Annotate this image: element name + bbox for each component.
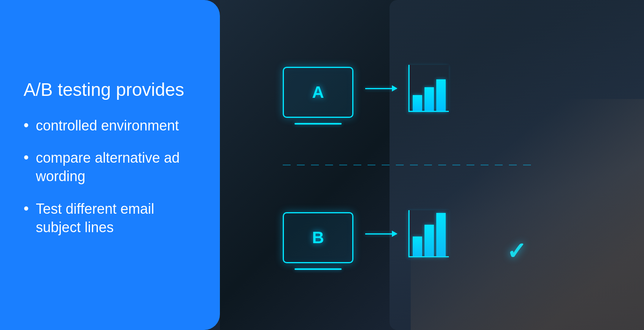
list-item-text-1: controlled environment [36, 117, 179, 135]
chart-b-bar-3 [436, 213, 446, 256]
version-b-row: B [283, 212, 449, 263]
monitor-b-label: B [312, 228, 324, 247]
monitor-a: A [283, 67, 353, 118]
ab-testing-diagram: A B ✓ [259, 43, 542, 287]
chart-a-bar-1 [413, 95, 422, 111]
chart-b-bar-2 [424, 225, 434, 256]
list-item-text-3: Test different email subject lines [36, 200, 196, 237]
list-item-2: • compare alternative ad wording [24, 149, 196, 186]
right-image-panel: A B ✓ [220, 0, 644, 330]
bullet-2: • [24, 149, 29, 167]
left-content-panel: A/B testing provides • controlled enviro… [0, 0, 220, 330]
list-item-1: • controlled environment [24, 117, 196, 135]
bullet-1: • [24, 117, 29, 135]
chart-a-bar-3 [436, 79, 446, 111]
chart-a-bar-2 [424, 87, 434, 111]
bullet-list: • controlled environment • compare alter… [24, 117, 196, 251]
version-a-row: A [283, 67, 449, 118]
arrow-b [365, 233, 397, 235]
chart-b [408, 210, 449, 257]
chart-a [408, 65, 449, 112]
dashed-divider [283, 165, 534, 165]
list-item-3: • Test different email subject lines [24, 200, 196, 237]
winner-checkmark: ✓ [507, 240, 526, 263]
chart-b-bar-1 [413, 236, 422, 256]
bullet-3: • [24, 200, 29, 218]
monitor-b: B [283, 212, 353, 263]
monitor-a-label: A [312, 83, 324, 102]
list-item-text-2: compare alternative ad wording [36, 149, 196, 186]
heading: A/B testing provides [24, 79, 196, 101]
arrow-a [365, 88, 397, 89]
